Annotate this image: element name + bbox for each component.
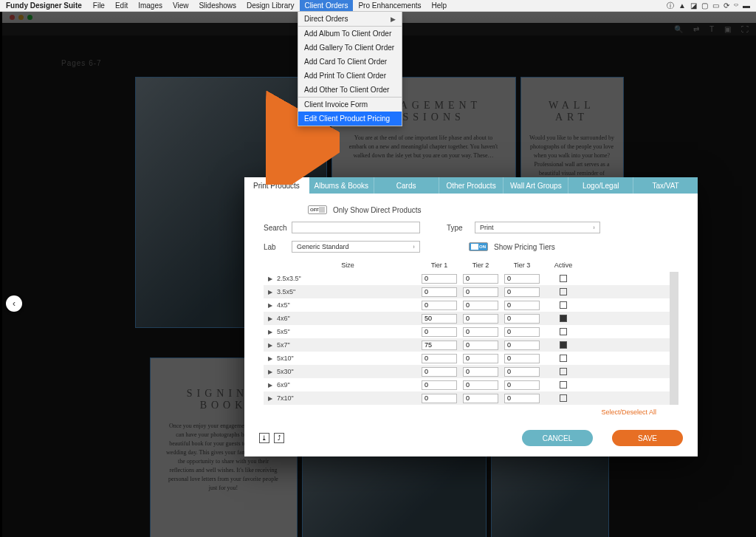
- tab-logo-legal[interactable]: Logo/Legal: [568, 177, 633, 194]
- tray-warning-icon[interactable]: ▲: [678, 1, 686, 10]
- tab-wall-art-groups[interactable]: Wall Art Groups: [504, 177, 568, 194]
- tray-adobe-icon[interactable]: ◪: [690, 1, 697, 10]
- tier3-input[interactable]: [504, 341, 540, 350]
- tier2-input[interactable]: [463, 314, 498, 324]
- search-label: Search: [264, 224, 292, 232]
- menubar-item-pro-enhancements[interactable]: Pro Enhancements: [353, 0, 426, 11]
- tier2-input[interactable]: [463, 367, 498, 377]
- dropdown-add-print[interactable]: Add Print To Client Order: [298, 69, 402, 83]
- tier2-input[interactable]: [463, 380, 498, 390]
- show-pricing-tiers-toggle[interactable]: ON: [469, 242, 488, 251]
- row-size-label: 5x30": [277, 368, 419, 375]
- row-expand-icon[interactable]: ▶: [264, 315, 277, 322]
- dropdown-add-card[interactable]: Add Card To Client Order: [298, 55, 402, 69]
- tier1-input[interactable]: [422, 314, 457, 324]
- tray-battery-icon[interactable]: ▬: [743, 1, 750, 10]
- tier2-input[interactable]: [463, 327, 498, 337]
- lab-dropdown[interactable]: Generic Standard ›: [292, 241, 420, 253]
- tab-other-products[interactable]: Other Products: [439, 177, 504, 194]
- tier1-input[interactable]: [422, 367, 457, 377]
- dropdown-client-invoice[interactable]: Client Invoice Form: [298, 98, 402, 112]
- tier3-input[interactable]: [504, 327, 540, 337]
- menubar-item-design-library[interactable]: Design Library: [241, 0, 299, 11]
- menubar-item-slideshows[interactable]: Slideshows: [193, 0, 241, 11]
- tier2-input[interactable]: [463, 394, 498, 403]
- col-active: Active: [543, 261, 584, 269]
- row-expand-icon[interactable]: ▶: [264, 276, 277, 282]
- tier2-input[interactable]: [463, 354, 498, 363]
- search-input[interactable]: [292, 222, 420, 233]
- active-checkbox[interactable]: [560, 301, 567, 309]
- tier1-input[interactable]: [422, 380, 457, 390]
- tab-albums-books[interactable]: Albums & Books: [309, 177, 374, 194]
- row-expand-icon[interactable]: ▶: [264, 302, 277, 309]
- menubar-item-file[interactable]: File: [88, 0, 110, 11]
- tier1-input[interactable]: [422, 394, 457, 403]
- tier3-input[interactable]: [504, 367, 540, 377]
- tier3-input[interactable]: [504, 274, 540, 284]
- prev-spread-button[interactable]: ‹: [6, 295, 22, 312]
- row-expand-icon[interactable]: ▶: [264, 395, 277, 402]
- tier2-input[interactable]: [463, 301, 498, 310]
- tab-tax-vat[interactable]: Tax/VAT: [633, 177, 698, 194]
- dropdown-edit-client-product-pricing[interactable]: Edit Client Product Pricing: [298, 112, 402, 126]
- active-checkbox[interactable]: [560, 368, 567, 375]
- row-expand-icon[interactable]: ▶: [264, 382, 277, 389]
- active-checkbox[interactable]: [560, 328, 567, 335]
- tier2-input[interactable]: [463, 274, 498, 284]
- tier1-input[interactable]: [422, 287, 457, 297]
- active-checkbox[interactable]: [560, 288, 567, 295]
- type-dropdown[interactable]: Print ›: [475, 222, 600, 233]
- pricing-table: Size Tier 1 Tier 2 Tier 3 Active ▶2.5x3.…: [264, 260, 678, 405]
- menubar-item-help[interactable]: Help: [427, 0, 453, 11]
- export-button[interactable]: ⤴: [274, 433, 284, 443]
- tray-airplay-icon[interactable]: ▭: [712, 1, 719, 10]
- tier3-input[interactable]: [504, 301, 540, 310]
- tray-info-icon[interactable]: ⓘ: [667, 1, 674, 11]
- only-show-direct-toggle[interactable]: OFF: [308, 205, 327, 214]
- menubar-item-client-orders[interactable]: Client Orders: [300, 0, 354, 11]
- tier3-input[interactable]: [504, 314, 540, 324]
- tier3-input[interactable]: [504, 380, 540, 390]
- select-deselect-all-link[interactable]: Select/Deselect All: [601, 408, 656, 416]
- row-expand-icon[interactable]: ▶: [264, 355, 277, 362]
- dropdown-add-other[interactable]: Add Other To Client Order: [298, 83, 402, 97]
- tray-wifi-icon[interactable]: ⌔: [734, 1, 738, 10]
- tier3-input[interactable]: [504, 287, 540, 297]
- active-checkbox[interactable]: [560, 394, 567, 402]
- row-expand-icon[interactable]: ▶: [264, 329, 277, 335]
- active-checkbox[interactable]: [560, 341, 567, 349]
- menubar-item-images[interactable]: Images: [133, 0, 168, 11]
- tab-print-products[interactable]: Print Products: [244, 177, 309, 194]
- tray-sync-icon[interactable]: ⟳: [724, 1, 729, 10]
- tier1-input[interactable]: [422, 301, 457, 310]
- table-scrollbar-thumb[interactable]: [670, 272, 678, 290]
- row-expand-icon[interactable]: ▶: [264, 289, 277, 295]
- tier2-input[interactable]: [463, 341, 498, 350]
- dropdown-add-album[interactable]: Add Album To Client Order: [298, 27, 402, 41]
- menubar-app-name[interactable]: Fundy Designer Suite: [0, 1, 88, 10]
- tier3-input[interactable]: [504, 354, 540, 363]
- tier1-input[interactable]: [422, 341, 457, 350]
- row-expand-icon[interactable]: ▶: [264, 369, 277, 375]
- table-row: ▶3.5x5": [264, 285, 670, 298]
- tier1-input[interactable]: [422, 354, 457, 363]
- tray-display-icon[interactable]: ▢: [701, 1, 708, 10]
- tier1-input[interactable]: [422, 327, 457, 337]
- row-expand-icon[interactable]: ▶: [264, 342, 277, 349]
- active-checkbox[interactable]: [560, 381, 567, 389]
- import-button[interactable]: ⤓: [259, 433, 269, 443]
- dropdown-add-gallery[interactable]: Add Gallery To Client Order: [298, 41, 402, 55]
- tab-cards[interactable]: Cards: [374, 177, 439, 194]
- tier1-input[interactable]: [422, 274, 457, 284]
- cancel-button[interactable]: CANCEL: [522, 430, 593, 446]
- tier2-input[interactable]: [463, 287, 498, 297]
- tier3-input[interactable]: [504, 394, 540, 403]
- dropdown-direct-orders[interactable]: Direct Orders ▶: [298, 12, 402, 26]
- menubar-item-edit[interactable]: Edit: [110, 0, 133, 11]
- save-button[interactable]: SAVE: [612, 430, 683, 446]
- active-checkbox[interactable]: [560, 355, 567, 362]
- active-checkbox[interactable]: [560, 275, 567, 282]
- active-checkbox[interactable]: [560, 315, 567, 322]
- menubar-item-view[interactable]: View: [168, 0, 194, 11]
